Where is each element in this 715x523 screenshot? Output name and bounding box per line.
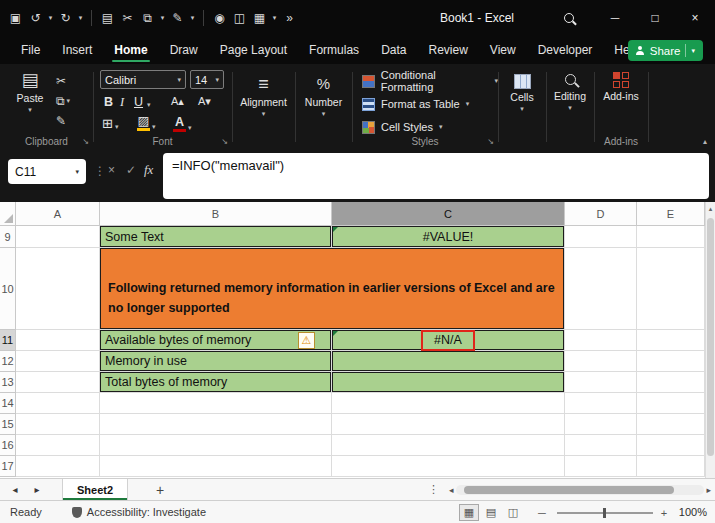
- maximize-button[interactable]: □: [635, 0, 675, 36]
- copy-icon[interactable]: ⧉: [138, 5, 157, 31]
- redo-dropdown-icon[interactable]: ▾: [76, 14, 85, 22]
- cell-b13[interactable]: Total bytes of memory: [100, 372, 332, 393]
- cut-icon[interactable]: ✂: [118, 5, 137, 31]
- copy-dropdown-icon[interactable]: ▾: [158, 14, 167, 22]
- paste-button[interactable]: ▤ Paste ▾: [10, 70, 50, 114]
- sheet-options-icon[interactable]: ⋮: [428, 483, 439, 496]
- cell-d16[interactable]: [565, 435, 637, 456]
- tab-file[interactable]: File: [10, 36, 51, 64]
- cell-b10-merged[interactable]: Following returned memory information in…: [100, 248, 565, 330]
- new-sheet-button[interactable]: +: [156, 482, 164, 498]
- zoom-slider[interactable]: [557, 512, 653, 514]
- zoom-level[interactable]: 100%: [679, 506, 707, 518]
- undo-icon[interactable]: ↺: [26, 5, 45, 31]
- format-painter-icon[interactable]: ✎: [168, 5, 187, 31]
- col-header-a[interactable]: A: [16, 202, 100, 226]
- minimize-button[interactable]: ─: [595, 0, 635, 36]
- sheet-tab-sheet2[interactable]: Sheet2: [62, 479, 128, 500]
- cell-d14[interactable]: [565, 393, 637, 414]
- italic-button[interactable]: I: [120, 95, 124, 110]
- cell-b11[interactable]: Available bytes of memory ⚠: [100, 330, 332, 351]
- editing-button[interactable]: Editing ▾: [549, 74, 591, 112]
- cell-d11[interactable]: [565, 330, 637, 351]
- row-header-15[interactable]: 15: [0, 414, 16, 435]
- cell-e12[interactable]: [637, 351, 705, 372]
- row-header-11[interactable]: 11: [0, 330, 16, 351]
- share-dropdown-icon[interactable]: ▾: [691, 47, 695, 55]
- alignment-button[interactable]: ≡ Alignment ▾: [237, 74, 290, 118]
- share-button[interactable]: Share ▾: [628, 40, 703, 61]
- more-commands-icon[interactable]: »: [280, 5, 299, 31]
- row-header-16[interactable]: 16: [0, 435, 16, 456]
- col-header-d[interactable]: D: [565, 202, 637, 226]
- collapse-ribbon-icon[interactable]: ▴: [703, 137, 707, 146]
- cell-a13[interactable]: [16, 372, 100, 393]
- cell-e15[interactable]: [637, 414, 705, 435]
- row-header-9[interactable]: 9: [0, 226, 16, 248]
- cell-a11[interactable]: [16, 330, 100, 351]
- tab-draw[interactable]: Draw: [159, 36, 209, 64]
- copy-button[interactable]: ⧉▾: [56, 92, 70, 109]
- name-box-dropdown-icon[interactable]: ▾: [75, 168, 79, 176]
- format-painter-dropdown-icon[interactable]: ▾: [188, 14, 197, 22]
- row-header-12[interactable]: 12: [0, 351, 16, 372]
- save-icon[interactable]: ▣: [6, 5, 25, 31]
- cell-c15[interactable]: [332, 414, 565, 435]
- cell-a15[interactable]: [16, 414, 100, 435]
- cell-d12[interactable]: [565, 351, 637, 372]
- cell-a9[interactable]: [16, 226, 100, 248]
- name-box[interactable]: C11 ▾: [8, 159, 86, 184]
- zoom-slider-handle[interactable]: [603, 508, 606, 518]
- scroll-up-icon[interactable]: ▴: [706, 202, 715, 216]
- formula-input[interactable]: =INFO("memavail"): [163, 153, 709, 199]
- paste-dropdown-icon[interactable]: ▾: [28, 106, 32, 114]
- tab-data[interactable]: Data: [370, 36, 417, 64]
- cell-c13[interactable]: [332, 372, 565, 393]
- cell-c9[interactable]: #VALUE!: [332, 226, 565, 248]
- grow-font-button[interactable]: A▴: [171, 95, 184, 108]
- tab-home[interactable]: Home: [103, 36, 158, 64]
- cell-c11-selected[interactable]: #N/A: [332, 330, 565, 351]
- zoom-in-icon[interactable]: +: [657, 504, 671, 521]
- cell-b9[interactable]: Some Text: [100, 226, 332, 248]
- tab-review[interactable]: Review: [417, 36, 478, 64]
- cell-b14[interactable]: [100, 393, 332, 414]
- chart-dropdown-icon[interactable]: ▾: [270, 14, 279, 22]
- cell-a10[interactable]: [16, 248, 100, 330]
- cell-a17[interactable]: [16, 456, 100, 477]
- underline-dropdown-icon[interactable]: ▾: [147, 101, 151, 109]
- cell-b17[interactable]: [100, 456, 332, 477]
- underline-button[interactable]: U: [134, 95, 143, 109]
- tab-view[interactable]: View: [479, 36, 527, 64]
- vertical-scrollbar[interactable]: ▴: [705, 202, 715, 478]
- cell-e16[interactable]: [637, 435, 705, 456]
- cell-a16[interactable]: [16, 435, 100, 456]
- cancel-icon[interactable]: ×: [108, 163, 115, 177]
- cell-c16[interactable]: [332, 435, 565, 456]
- redo-icon[interactable]: ↻: [56, 5, 75, 31]
- addins-button[interactable]: Add-ins: [599, 72, 643, 102]
- bold-button[interactable]: B: [104, 95, 113, 109]
- cell-b15[interactable]: [100, 414, 332, 435]
- normal-view-icon[interactable]: ▦: [459, 504, 479, 521]
- styles-dialog-launcher-icon[interactable]: ↘: [487, 137, 494, 146]
- conditional-formatting-button[interactable]: Conditional Formatting ▾: [362, 72, 498, 90]
- search-button[interactable]: [552, 0, 586, 36]
- tab-page-layout[interactable]: Page Layout: [209, 36, 298, 64]
- cell-d9[interactable]: [565, 226, 637, 248]
- tab-formulas[interactable]: Formulas: [298, 36, 370, 64]
- page-layout-view-icon[interactable]: ▤: [481, 504, 501, 521]
- cell-e11[interactable]: [637, 330, 705, 351]
- cell-d15[interactable]: [565, 414, 637, 435]
- font-size-combo[interactable]: 14 ▾: [190, 70, 224, 89]
- vertical-scrollbar-thumb[interactable]: [707, 218, 714, 456]
- previous-sheet-icon[interactable]: ◂: [4, 484, 26, 495]
- cell-styles-button[interactable]: Cell Styles ▾: [362, 118, 442, 136]
- cell-e14[interactable]: [637, 393, 705, 414]
- cell-b12[interactable]: Memory in use: [100, 351, 332, 372]
- next-sheet-icon[interactable]: ▸: [26, 484, 48, 495]
- font-color-button[interactable]: A ▾: [173, 116, 192, 132]
- cell-d10[interactable]: [565, 248, 637, 330]
- page-break-view-icon[interactable]: ◫: [503, 504, 523, 521]
- clipboard-dialog-launcher-icon[interactable]: ↘: [82, 137, 89, 146]
